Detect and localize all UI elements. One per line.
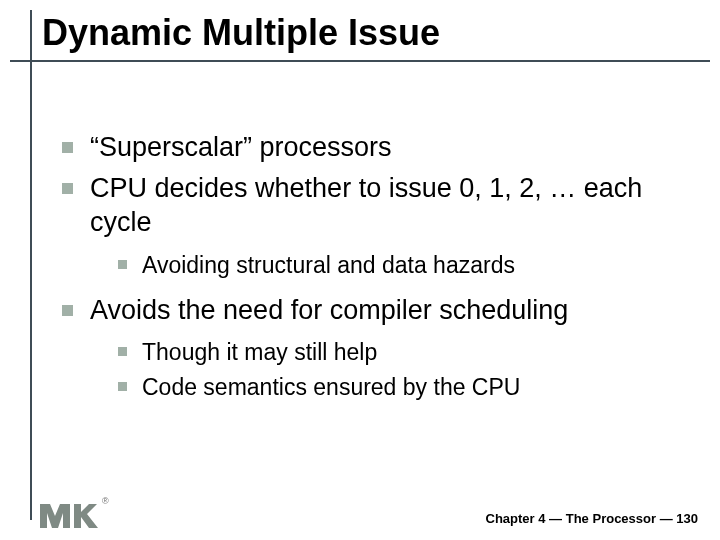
footer-sep: — [546, 511, 566, 526]
registered-mark: ® [102, 496, 109, 506]
slide-content: “Superscalar” processors CPU decides whe… [0, 54, 720, 403]
sub-bullet-item: Avoiding structural and data hazards [118, 250, 690, 281]
sub-bullet-item: Code semantics ensured by the CPU [118, 372, 690, 403]
bullet-list-level1: “Superscalar” processors CPU decides whe… [62, 130, 690, 403]
bullet-list-level2: Avoiding structural and data hazards [118, 250, 690, 281]
bullet-text: CPU decides whether to issue 0, 1, 2, … … [90, 173, 642, 238]
bullet-text: Avoids the need for compiler scheduling [90, 295, 568, 325]
slide-footer: Chapter 4 — The Processor — 130 [486, 511, 698, 526]
horizontal-rule [10, 60, 710, 62]
footer-chapter-title: The Processor [566, 511, 656, 526]
sub-bullet-text: Code semantics ensured by the CPU [142, 374, 520, 400]
bullet-list-level2: Though it may still help Code semantics … [118, 337, 690, 403]
slide-title: Dynamic Multiple Issue [42, 12, 720, 54]
title-area: Dynamic Multiple Issue [0, 0, 720, 54]
publisher-logo: ® [40, 498, 109, 528]
vertical-rule [30, 10, 32, 520]
sub-bullet-text: Though it may still help [142, 339, 377, 365]
bullet-item: Avoids the need for compiler scheduling … [62, 293, 690, 404]
footer-chapter-label: Chapter 4 [486, 511, 546, 526]
bullet-text: “Superscalar” processors [90, 132, 392, 162]
sub-bullet-item: Though it may still help [118, 337, 690, 368]
footer-page-number: 130 [676, 511, 698, 526]
bullet-item: “Superscalar” processors [62, 130, 690, 165]
footer-sep: — [656, 511, 676, 526]
sub-bullet-text: Avoiding structural and data hazards [142, 252, 515, 278]
mk-logo-icon [40, 498, 98, 528]
bullet-item: CPU decides whether to issue 0, 1, 2, … … [62, 171, 690, 281]
